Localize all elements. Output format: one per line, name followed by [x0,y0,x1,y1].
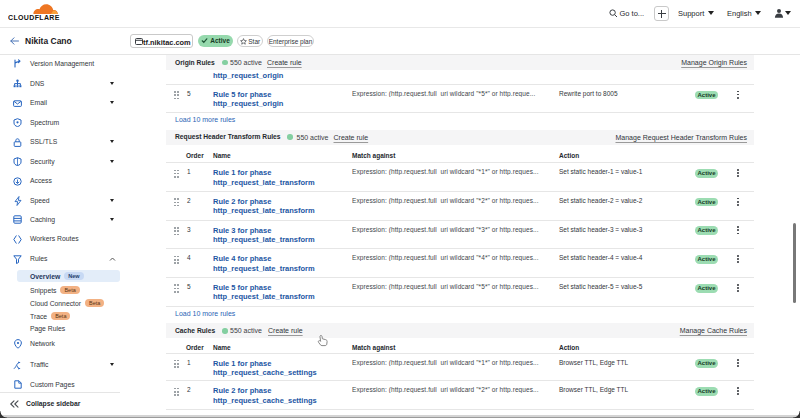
svg-text:CLOUDFLARE: CLOUDFLARE [8,13,60,20]
